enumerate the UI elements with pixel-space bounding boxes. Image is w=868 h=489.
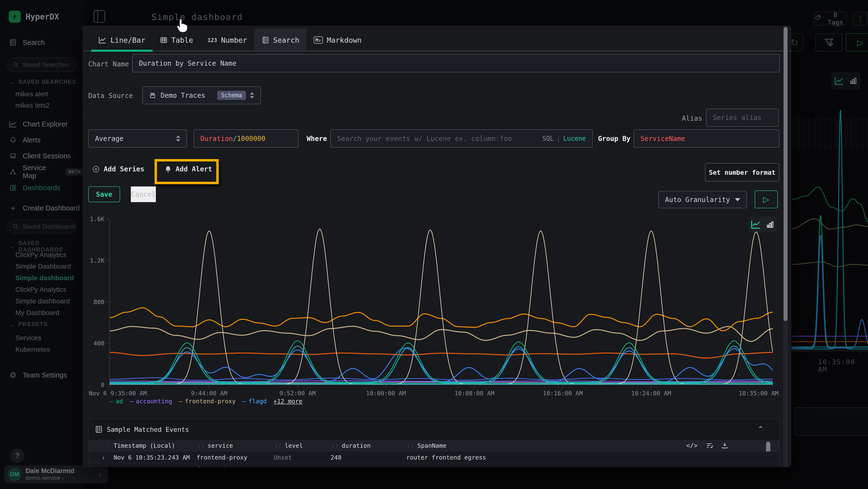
expression-field[interactable]: Duration/1000000 bbox=[194, 130, 299, 148]
table-cell: Nov 6 10:35:23.243 AM bbox=[114, 452, 190, 463]
table-icon bbox=[160, 36, 167, 44]
set-number-format-button[interactable]: Set number format bbox=[705, 163, 779, 181]
column-label: SpanName bbox=[417, 442, 446, 449]
run-chart-button[interactable]: ▷ bbox=[755, 191, 778, 208]
database-icon bbox=[149, 92, 156, 99]
aggregation-select[interactable]: Average bbox=[88, 130, 187, 148]
cancel-button[interactable]: Cancel bbox=[131, 186, 156, 202]
column-header[interactable]: ⋮⋮service bbox=[196, 440, 233, 451]
app-root: Simple dashboard 0 Tags ⋮ ↻ ▷ HyperDX bbox=[0, 0, 868, 489]
legend-swatch: — bbox=[179, 398, 183, 405]
column-header[interactable]: ⋮⋮SpanName bbox=[406, 440, 446, 451]
chart-name-input[interactable]: Duration by Service Name bbox=[132, 54, 780, 73]
tab-label: Table bbox=[172, 36, 193, 45]
events-toolbar: </> bbox=[686, 440, 728, 451]
chart-legend: —ad—accounting—frontend-proxy—flagd+12 m… bbox=[110, 398, 302, 405]
number-icon: 123 bbox=[208, 37, 217, 43]
tab-number[interactable]: 123Number bbox=[200, 28, 254, 52]
download-icon[interactable] bbox=[721, 442, 728, 449]
column-header[interactable]: Timestamp (Local) bbox=[114, 440, 175, 451]
svg-text:9:52:00 AM: 9:52:00 AM bbox=[279, 390, 316, 397]
markdown-icon: M↓ bbox=[314, 36, 323, 44]
mouse-cursor bbox=[175, 18, 188, 33]
chart-name-label: Chart Name bbox=[88, 60, 129, 68]
line-chart-icon bbox=[98, 36, 106, 44]
doc-list-icon bbox=[95, 425, 103, 433]
svg-text:800: 800 bbox=[94, 298, 104, 306]
select-caret-icon bbox=[176, 136, 180, 142]
column-separator bbox=[107, 442, 107, 450]
granularity-select[interactable]: Auto Granularity bbox=[658, 191, 747, 208]
column-header[interactable]: ⋮⋮duration bbox=[331, 440, 371, 451]
drag-grip-icon[interactable]: ⋮⋮ bbox=[196, 443, 204, 449]
collapse-icon[interactable]: ⌃ bbox=[757, 425, 764, 433]
svg-text:9:44:00 AM: 9:44:00 AM bbox=[191, 390, 227, 397]
svg-text:10:08:00 AM: 10:08:00 AM bbox=[455, 390, 495, 397]
svg-text:10:35:00 AM: 10:35:00 AM bbox=[739, 390, 779, 397]
table-cell: router frontend egress bbox=[406, 452, 486, 463]
chart-type-tabs: Line/BarTable123NumberSearchM↓Markdown bbox=[83, 28, 791, 52]
expand-row-icon[interactable]: › bbox=[102, 452, 104, 463]
legend-label: frontend-proxy bbox=[185, 398, 236, 405]
tab-search[interactable]: Search bbox=[254, 28, 306, 52]
alias-placeholder: Series alias bbox=[713, 114, 762, 122]
legend-swatch: — bbox=[243, 398, 246, 405]
column-label: Timestamp (Local) bbox=[114, 442, 175, 449]
legend-more-link[interactable]: +12 more bbox=[273, 398, 302, 405]
legend-item[interactable]: —flagd bbox=[243, 398, 267, 405]
tab-label: Number bbox=[221, 36, 247, 45]
alias-label: Alias bbox=[682, 114, 702, 122]
legend-swatch: — bbox=[130, 398, 133, 405]
drag-grip-icon[interactable]: ⋮⋮ bbox=[274, 443, 281, 449]
svg-text:1.6K: 1.6K bbox=[90, 215, 104, 223]
events-header[interactable]: Sample Matched Events ⌃ bbox=[89, 419, 779, 440]
plus-circle-icon bbox=[92, 165, 100, 173]
drag-grip-icon[interactable]: ⋮⋮ bbox=[406, 443, 414, 449]
events-table-header: Timestamp (Local)⋮⋮service⋮⋮level⋮⋮durat… bbox=[89, 440, 779, 451]
legend-item[interactable]: —frontend-proxy bbox=[179, 398, 236, 405]
table-row[interactable]: ›Nov 6 10:35:23.243 AMfrontend-proxyUnse… bbox=[89, 463, 779, 467]
tab-label: Search bbox=[273, 36, 299, 45]
save-button[interactable]: Save bbox=[88, 186, 120, 202]
svg-text:10:16:00 AM: 10:16:00 AM bbox=[543, 390, 583, 397]
legend-item[interactable]: —accounting bbox=[130, 398, 172, 405]
legend-label: flagd bbox=[249, 398, 267, 405]
tab-label: Line/Bar bbox=[111, 36, 145, 45]
table-cell: ingress bbox=[406, 463, 432, 467]
column-label: level bbox=[285, 442, 303, 449]
events-title: Sample Matched Events bbox=[107, 426, 189, 433]
column-header[interactable]: ⋮⋮level bbox=[274, 440, 303, 451]
svg-text:1.2K: 1.2K bbox=[90, 257, 104, 264]
tab-line-bar[interactable]: Line/Bar bbox=[91, 28, 153, 52]
legend-label: accounting bbox=[136, 398, 172, 405]
code-icon[interactable]: </> bbox=[686, 442, 698, 449]
add-series-button[interactable]: Add Series bbox=[92, 165, 145, 173]
drag-grip-icon[interactable]: ⋮⋮ bbox=[331, 443, 338, 449]
column-label: service bbox=[208, 442, 233, 449]
expression-column: Duration bbox=[200, 135, 233, 143]
data-source-select[interactable]: Demo Traces Schema bbox=[142, 86, 261, 104]
svg-text:Nov 6 9:35:00 AM: Nov 6 9:35:00 AM bbox=[89, 390, 147, 397]
doc-list-icon bbox=[261, 36, 269, 44]
duration-by-service-chart[interactable]: 04008001.2K1.6KNov 6 9:35:00 AM9:44:00 A… bbox=[88, 212, 783, 407]
expand-row-icon[interactable]: › bbox=[102, 463, 104, 467]
alias-input[interactable]: Series alias bbox=[706, 109, 779, 127]
tab-markdown[interactable]: M↓Markdown bbox=[306, 28, 369, 52]
group-by-input[interactable]: ServiceName bbox=[633, 130, 779, 148]
legend-item[interactable]: —ad bbox=[110, 398, 123, 405]
modal-scrollbar-thumb[interactable] bbox=[784, 27, 787, 321]
svg-text:400: 400 bbox=[94, 340, 104, 347]
where-input[interactable]: Search your events w/ Lucene ex. column:… bbox=[330, 130, 593, 148]
group-by-label: Group By bbox=[598, 135, 630, 143]
schema-badge: Schema bbox=[217, 91, 246, 100]
data-source-label: Data Source bbox=[88, 92, 133, 100]
table-cell: frontend-proxy bbox=[196, 463, 247, 467]
wrap-lines-icon[interactable] bbox=[706, 442, 713, 449]
query-language-switch[interactable]: SQL|Lucene bbox=[542, 135, 586, 142]
sample-matched-events-panel: Sample Matched Events ⌃ Timestamp (Local… bbox=[88, 419, 780, 467]
annotation-highlight-box bbox=[155, 159, 219, 184]
table-cell: 248 bbox=[331, 463, 341, 467]
table-row[interactable]: ›Nov 6 10:35:23.243 AMfrontend-proxyUnse… bbox=[89, 451, 779, 463]
table-cell: Nov 6 10:35:23.243 AM bbox=[114, 463, 190, 467]
table-cell: Unset bbox=[274, 463, 292, 467]
